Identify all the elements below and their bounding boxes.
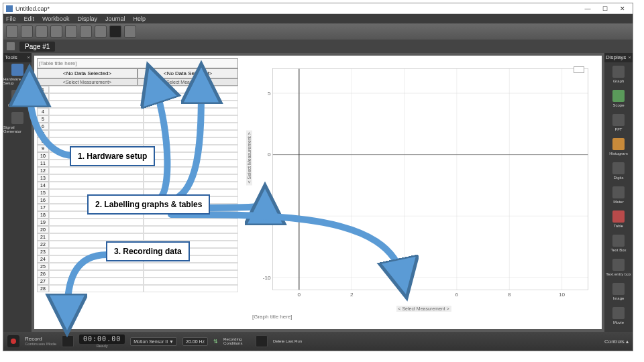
display-item-digits[interactable]: Digits xyxy=(604,159,633,183)
table-row[interactable]: 2 xyxy=(37,93,238,101)
cell[interactable] xyxy=(49,278,144,285)
table-row[interactable]: 8 xyxy=(37,137,238,145)
play-icon[interactable] xyxy=(62,335,74,347)
close-icon[interactable]: × xyxy=(27,53,30,62)
cell[interactable] xyxy=(49,233,144,241)
table-col1-header[interactable]: <No Data Selected> xyxy=(37,68,138,78)
cell[interactable] xyxy=(144,152,238,160)
tools-item-calibration[interactable]: Calibration xyxy=(3,86,32,111)
table-row[interactable]: 26 xyxy=(37,270,238,278)
cell[interactable] xyxy=(49,219,144,226)
close-button[interactable]: ✕ xyxy=(615,5,630,13)
menu-workbook[interactable]: Workbook xyxy=(42,15,69,22)
table-row[interactable]: 5 xyxy=(37,115,238,123)
display-item-text-box[interactable]: Text Box xyxy=(604,231,633,255)
table-row[interactable]: 7 xyxy=(37,130,238,137)
menu-display[interactable]: Display xyxy=(77,15,97,22)
cell[interactable] xyxy=(49,174,144,182)
table-row[interactable]: 19 xyxy=(37,219,238,226)
graph-plot[interactable]: -10-5050246810 xyxy=(252,62,595,302)
recording-conditions-button[interactable]: Recording Conditions xyxy=(223,337,250,345)
mode-label[interactable]: Continuous Mode xyxy=(25,342,56,346)
table-row[interactable]: 3 xyxy=(37,101,238,108)
tool-icon[interactable] xyxy=(124,25,136,38)
display-item-movie[interactable]: Movie xyxy=(604,304,633,328)
table-row[interactable]: 4 xyxy=(37,108,238,115)
table-title[interactable]: [Table title here] xyxy=(37,58,238,68)
sensor-select[interactable]: Motion Sensor II ▼ xyxy=(130,337,177,346)
cell[interactable] xyxy=(144,278,238,285)
cell[interactable] xyxy=(49,167,144,174)
table-row[interactable]: 25 xyxy=(37,263,238,270)
cell[interactable] xyxy=(144,226,238,233)
cell[interactable] xyxy=(144,145,238,152)
cell[interactable] xyxy=(144,137,238,145)
table-row[interactable]: 13 xyxy=(37,174,238,182)
display-item-table[interactable]: Table xyxy=(604,207,633,231)
table-row[interactable]: 6 xyxy=(37,123,238,130)
cell[interactable] xyxy=(49,93,144,101)
new-icon[interactable] xyxy=(6,25,18,38)
cell[interactable] xyxy=(144,123,238,130)
cell[interactable] xyxy=(144,285,238,292)
cell[interactable] xyxy=(144,263,238,270)
display-item-fft[interactable]: FFT xyxy=(604,111,633,135)
table-col2-select[interactable]: <Select Measurement> xyxy=(138,78,238,86)
table-row[interactable]: 14 xyxy=(37,182,238,189)
tools-item-signal-generator[interactable]: Signal Generator xyxy=(3,111,32,135)
cell[interactable] xyxy=(49,137,144,145)
cell[interactable] xyxy=(49,101,144,108)
cell[interactable] xyxy=(144,108,238,115)
save-icon[interactable] xyxy=(36,25,48,38)
cell[interactable] xyxy=(49,226,144,233)
tool-icon[interactable] xyxy=(65,25,77,38)
tool-icon[interactable] xyxy=(50,25,62,38)
chevron-up-icon[interactable]: ▴ xyxy=(626,339,629,345)
display-item-text-entry-box[interactable]: Text entry box xyxy=(604,255,633,280)
rate-input[interactable]: 20.00 Hz xyxy=(182,337,208,346)
cell[interactable] xyxy=(49,123,144,130)
cell[interactable] xyxy=(144,219,238,226)
cell[interactable] xyxy=(144,101,238,108)
display-item-histogram[interactable]: Histogram xyxy=(604,135,633,159)
legend-box[interactable] xyxy=(574,66,584,73)
cell[interactable] xyxy=(144,93,238,101)
minimize-button[interactable]: — xyxy=(580,5,595,13)
cell[interactable] xyxy=(49,182,144,189)
cell[interactable] xyxy=(144,233,238,241)
cell[interactable] xyxy=(144,115,238,123)
cell[interactable] xyxy=(144,160,238,167)
table-row[interactable]: 28 xyxy=(37,285,238,292)
record-button[interactable] xyxy=(7,335,19,347)
y-axis-label[interactable]: < Select Measurement > xyxy=(246,130,252,185)
display-item-meter[interactable]: Meter xyxy=(604,183,633,207)
cell[interactable] xyxy=(49,115,144,123)
cell[interactable] xyxy=(144,167,238,174)
menu-file[interactable]: File xyxy=(6,15,16,22)
menu-help[interactable]: Help xyxy=(133,15,146,22)
tool-icon[interactable] xyxy=(80,25,92,38)
cell[interactable] xyxy=(144,174,238,182)
x-axis-label[interactable]: < Select Measurement > xyxy=(396,306,451,312)
display-item-scope[interactable]: Scope xyxy=(604,86,633,111)
close-icon[interactable]: × xyxy=(628,53,631,62)
display-item-image[interactable]: Image xyxy=(604,280,633,304)
controls-label[interactable]: Controls xyxy=(604,339,625,345)
display-item-graph[interactable]: Graph xyxy=(604,62,633,86)
table-row[interactable]: 21 xyxy=(37,233,238,241)
snapshot-icon[interactable] xyxy=(109,25,121,38)
cell[interactable] xyxy=(49,270,144,278)
table-col2-header[interactable]: <No Data Selected> xyxy=(138,68,238,78)
menu-edit[interactable]: Edit xyxy=(24,15,35,22)
page-tab[interactable]: Page #1 xyxy=(19,42,55,52)
cell[interactable] xyxy=(144,130,238,137)
table-row[interactable]: 27 xyxy=(37,278,238,285)
tools-item-hardware-setup[interactable]: Hardware Setup xyxy=(3,62,32,86)
tool-icon[interactable] xyxy=(95,25,107,38)
cell[interactable] xyxy=(49,263,144,270)
cell[interactable] xyxy=(144,270,238,278)
cell[interactable] xyxy=(49,108,144,115)
cell[interactable] xyxy=(49,285,144,292)
graph-title[interactable]: [Graph title here] xyxy=(252,314,292,320)
table-row[interactable]: 1 xyxy=(37,86,238,93)
